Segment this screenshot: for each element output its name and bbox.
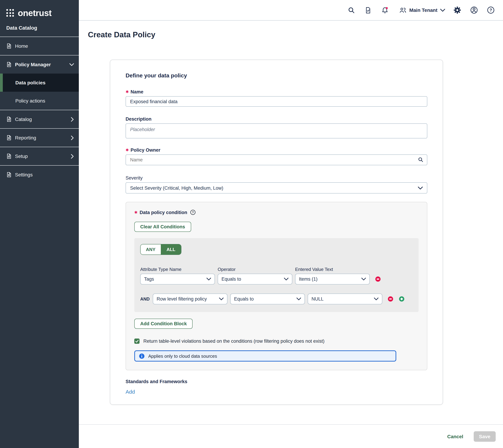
description-field-group: Description <box>126 116 427 140</box>
severity-field-group: Severity Select Severity (Critical, High… <box>126 175 427 193</box>
top-bar: Main Tenant <box>79 0 503 21</box>
sidebar-item-label: Home <box>15 43 28 49</box>
page-content: Create Data Policy Define your data poli… <box>79 21 503 424</box>
check-icon <box>135 339 139 343</box>
condition-row: AND Row level filtering policy Equals to… <box>140 294 413 304</box>
condition-section: ✱ Data policy condition ? Clear All Cond… <box>126 202 427 370</box>
description-label: Description <box>126 116 427 122</box>
cancel-button[interactable]: Cancel <box>445 433 465 439</box>
chevron-down-icon <box>284 277 288 281</box>
name-field-group: ✱ Name <box>126 89 427 107</box>
main-area: Main Tenant <box>79 0 503 448</box>
condition-row: Tags Equals to Items (1) <box>140 274 413 285</box>
add-condition-block-button[interactable]: Add Condition Block <box>134 319 193 329</box>
column-header: Entered Value Text <box>295 267 370 272</box>
operator-dropdown[interactable]: Equals to <box>230 294 305 304</box>
sidebar-item-data-policies[interactable]: Data policies <box>0 74 79 92</box>
svg-text:?: ? <box>192 211 194 214</box>
policy-form-card: Define your data policy ✱ Name Descripti… <box>110 60 443 405</box>
any-all-toggle[interactable]: ANY ALL <box>140 244 181 255</box>
sidebar-item-label: Settings <box>15 172 33 177</box>
sidebar-item-settings[interactable]: Settings <box>0 166 79 184</box>
account-button[interactable] <box>469 6 479 15</box>
svg-text:?: ? <box>489 8 492 12</box>
chevron-down-icon <box>206 277 211 281</box>
operator-dropdown[interactable]: Equals to <box>218 274 292 285</box>
remove-condition-icon[interactable] <box>388 296 393 302</box>
chevron-right-icon <box>71 117 74 122</box>
sidebar-item-catalog[interactable]: Catalog <box>0 110 79 128</box>
value-dropdown[interactable]: NULL <box>308 294 382 304</box>
remove-condition-icon[interactable] <box>375 276 381 282</box>
help-icon[interactable]: ? <box>190 209 196 215</box>
add-condition-icon[interactable] <box>399 296 404 302</box>
attribute-dropdown[interactable]: Tags <box>140 274 215 285</box>
owner-search-button[interactable] <box>418 157 423 164</box>
save-button[interactable]: Save <box>474 431 496 442</box>
chevron-right-icon <box>71 135 74 140</box>
condition-label: ✱ Data policy condition ? <box>134 209 419 215</box>
help-icon: ? <box>487 6 495 14</box>
required-marker: ✱ <box>126 90 129 94</box>
form-footer: Cancel Save <box>79 424 503 448</box>
standards-label: Standards and Frameworks <box>126 379 427 384</box>
document-icon <box>6 172 12 177</box>
sidebar-item-policy-manager[interactable]: Policy Manager <box>0 55 79 74</box>
info-banner: Applies only to cloud data sources <box>134 350 396 362</box>
search-button[interactable] <box>347 6 356 15</box>
chevron-down-icon <box>374 297 378 301</box>
sidebar-item-home[interactable]: Home <box>0 37 79 55</box>
clear-all-conditions-button[interactable]: Clear All Conditions <box>134 222 191 232</box>
onetrust-logo: onetrust <box>0 0 79 20</box>
global-settings-button[interactable] <box>453 6 462 15</box>
document-check-button[interactable] <box>364 6 373 15</box>
sidebar-item-label: Data policies <box>15 80 46 85</box>
chevron-down-icon <box>297 297 301 301</box>
document-icon <box>6 153 12 159</box>
sidebar-item-label: Setup <box>15 153 28 159</box>
severity-select[interactable]: Select Severity (Critical, High, Medium,… <box>126 182 427 193</box>
conjunction-label: AND <box>140 297 150 301</box>
sidebar-item-label: Reporting <box>15 135 36 141</box>
policy-owner-label: ✱ Policy Owner <box>126 147 427 153</box>
severity-label: Severity <box>126 175 427 181</box>
document-check-icon <box>365 6 372 14</box>
toggle-all[interactable]: ALL <box>161 244 181 255</box>
notifications-button[interactable] <box>380 6 389 15</box>
checkbox-checked[interactable] <box>134 338 139 344</box>
column-header: Attribute Type Name <box>140 267 215 272</box>
sidebar: onetrust Data Catalog Home Policy Manage… <box>0 0 79 448</box>
document-icon <box>6 135 12 141</box>
sidebar-item-setup[interactable]: Setup <box>0 147 79 165</box>
sidebar-item-label: Catalog <box>15 116 32 122</box>
document-icon <box>6 62 12 67</box>
help-button[interactable]: ? <box>486 6 495 15</box>
column-header: Operator <box>218 267 292 272</box>
sidebar-item-policy-actions[interactable]: Policy actions <box>0 92 79 110</box>
chevron-down-icon <box>418 186 423 190</box>
policy-owner-field-group: ✱ Policy Owner <box>126 147 427 165</box>
chevron-down-icon <box>361 277 366 281</box>
tenant-selector[interactable]: Main Tenant <box>399 7 445 14</box>
sidebar-item-reporting[interactable]: Reporting <box>0 129 79 147</box>
value-dropdown[interactable]: Items (1) <box>295 274 370 285</box>
chevron-down-icon <box>219 297 224 301</box>
policy-owner-input[interactable] <box>126 154 427 165</box>
notification-dot <box>386 7 388 9</box>
logo-text: onetrust <box>18 9 52 17</box>
required-marker: ✱ <box>126 148 129 152</box>
chevron-down-icon <box>440 9 445 12</box>
required-marker: ✱ <box>134 210 137 214</box>
sidebar-item-label: Policy Manager <box>15 62 51 67</box>
description-input[interactable] <box>126 123 427 138</box>
standards-add-link[interactable]: Add <box>126 389 135 395</box>
name-input[interactable] <box>126 96 427 107</box>
info-banner-text: Applies only to cloud data sources <box>148 353 217 359</box>
gear-icon <box>453 6 461 14</box>
onetrust-dots-logo-icon <box>6 9 14 17</box>
checkbox-label: Return table-level violations based on t… <box>143 338 325 344</box>
search-icon <box>418 157 423 162</box>
attribute-dropdown[interactable]: Row level filtering policy <box>153 294 227 304</box>
account-icon <box>470 6 478 14</box>
toggle-any[interactable]: ANY <box>141 244 161 255</box>
